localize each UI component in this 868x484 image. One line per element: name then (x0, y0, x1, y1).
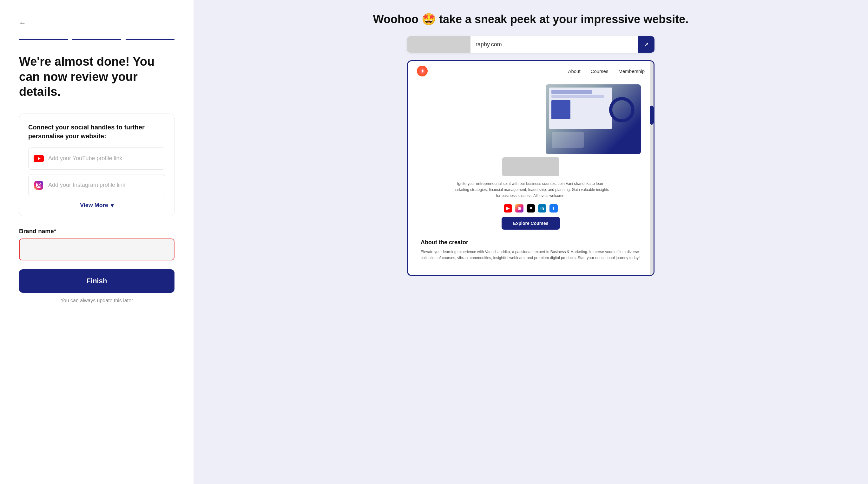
nav-courses[interactable]: Courses (591, 68, 609, 74)
view-more-button[interactable]: View More ▾ (28, 196, 165, 209)
progress-segment-3 (126, 39, 175, 40)
about-section: About the creator Elevate your learning … (408, 239, 654, 267)
about-title: About the creator (421, 239, 641, 246)
site-nav: ✦ About Courses Membership (408, 61, 654, 81)
finish-button[interactable]: Finish (19, 269, 175, 293)
brand-name-input[interactable] (20, 239, 174, 260)
content-description: Ignite your entrepreneurial spirit with … (452, 181, 610, 199)
url-bar: raphy.com ↗ (407, 36, 654, 53)
right-heading: Woohoo 🤩 take a sneak peek at your impre… (373, 13, 689, 26)
svg-point-5 (40, 183, 41, 183)
url-text: raphy.com (470, 41, 638, 48)
url-bar-grey-block (407, 36, 470, 53)
content-image-placeholder (502, 157, 559, 176)
update-later-text: You can always update this later (19, 298, 175, 303)
svg-rect-2 (34, 181, 43, 190)
about-text: Elevate your learning experience with Va… (421, 249, 641, 261)
url-go-button[interactable]: ↗ (638, 36, 654, 53)
site-nav-links: About Courses Membership (568, 68, 645, 74)
li-social-dot: in (538, 204, 546, 213)
hero-image (546, 84, 641, 154)
progress-segment-2 (72, 39, 121, 40)
nav-about[interactable]: About (568, 68, 580, 74)
browser-window: ✦ About Courses Membership (407, 60, 654, 276)
site-logo: ✦ (417, 66, 428, 76)
nav-membership[interactable]: Membership (618, 68, 645, 74)
site-content: Ignite your entrepreneurial spirit with … (408, 154, 654, 239)
explore-courses-button[interactable]: Explore Courses (502, 217, 560, 230)
instagram-placeholder: Add your Instagram profile link (48, 182, 125, 188)
yt-social-dot: ▶ (504, 204, 512, 213)
youtube-placeholder: Add your YouTube profile link (48, 155, 122, 162)
instagram-icon (34, 180, 44, 190)
brand-name-label: Brand name* (19, 228, 175, 235)
back-button[interactable]: ← (19, 19, 26, 27)
youtube-icon (34, 154, 44, 164)
browser-scrollbar[interactable] (650, 61, 654, 275)
x-social-dot: ✕ (527, 204, 535, 213)
fb-social-dot: f (550, 204, 558, 213)
brand-input-wrapper (19, 238, 175, 260)
social-handles-box: Connect your social handles to further p… (19, 114, 175, 216)
progress-bar (19, 39, 175, 40)
left-panel: ← We're almost done! You can now review … (0, 0, 193, 484)
youtube-input-row[interactable]: Add your YouTube profile link (28, 148, 165, 170)
scrollbar-thumb (650, 106, 654, 125)
progress-segment-1 (19, 39, 68, 40)
social-icons-row: ▶ ◉ ✕ in f (421, 204, 641, 213)
instagram-input-row[interactable]: Add your Instagram profile link (28, 174, 165, 196)
social-box-title: Connect your social handles to further p… (28, 123, 165, 140)
ig-social-dot: ◉ (515, 204, 524, 213)
chart-circle (609, 97, 634, 122)
page-heading: We're almost done! You can now review yo… (19, 54, 175, 100)
right-panel: Woohoo 🤩 take a sneak peek at your impre… (193, 0, 868, 484)
